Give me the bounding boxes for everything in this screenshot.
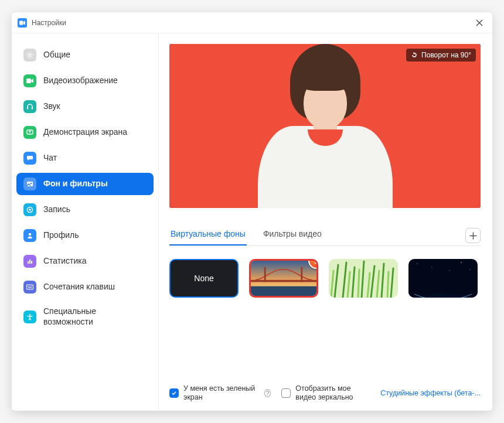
svg-point-7 [30, 183, 32, 184]
background-grass[interactable] [329, 259, 398, 298]
svg-point-31 [449, 271, 450, 271]
svg-rect-25 [301, 267, 302, 282]
studio-effects-link[interactable]: Студийные эффекты (бета-... [380, 389, 481, 397]
sidebar-item-chat[interactable]: Чат [16, 147, 154, 169]
svg-rect-18 [31, 286, 32, 286]
tab-virtual-backgrounds[interactable]: Виртуальные фоны [169, 226, 247, 245]
svg-rect-17 [30, 286, 30, 286]
svg-point-9 [29, 209, 31, 211]
sidebar-item-share[interactable]: Демонстрация экрана [16, 121, 154, 144]
svg-rect-3 [27, 107, 28, 110]
sidebar-item-label: Запись [43, 204, 70, 215]
svg-rect-14 [27, 285, 33, 289]
sidebar-item-stats[interactable]: Статистика [16, 250, 154, 272]
svg-rect-4 [32, 107, 33, 110]
sidebar-item-video[interactable]: Видеоизображение [16, 70, 154, 92]
svg-point-20 [29, 314, 31, 316]
svg-rect-23 [251, 280, 316, 282]
svg-rect-24 [264, 267, 266, 282]
footer-options: У меня есть зеленый экран ? Отобразить м… [169, 380, 481, 402]
rotate-label: Поворот на 90° [421, 51, 471, 59]
checkbox-label: У меня есть зеленый экран [183, 384, 257, 402]
sidebar-item-profile[interactable]: Профиль [16, 224, 154, 247]
tabs: Виртуальные фоны Фильтры видео [169, 226, 481, 246]
record-icon [23, 203, 36, 216]
share-screen-icon [23, 126, 36, 139]
checkbox-box [169, 388, 179, 398]
none-label: None [194, 274, 213, 283]
titlebar: Настройки [12, 12, 492, 33]
svg-rect-13 [31, 261, 32, 264]
svg-rect-2 [26, 79, 31, 83]
checkbox-box [281, 388, 291, 398]
sidebar-item-general[interactable]: Общие [16, 44, 154, 66]
rotate-90-button[interactable]: Поворот на 90° [406, 49, 476, 62]
sidebar-item-label: Чат [43, 153, 57, 163]
background-bridge[interactable]: 1 [249, 259, 318, 298]
help-icon[interactable]: ? [264, 389, 271, 397]
plus-icon [469, 232, 477, 240]
svg-rect-0 [19, 21, 23, 25]
svg-point-1 [29, 54, 31, 56]
chat-icon [23, 152, 36, 165]
background-earth[interactable] [408, 259, 478, 298]
checkbox-green-screen[interactable]: У меня есть зеленый экран ? [169, 384, 271, 402]
svg-point-28 [417, 263, 417, 264]
sidebar-item-shortcuts[interactable]: Сочетания клавиш [16, 276, 154, 298]
sidebar-item-label: Сочетания клавиш [43, 282, 115, 292]
sidebar-item-label: Общие [43, 50, 70, 60]
window-title: Настройки [32, 19, 66, 27]
headphones-icon [23, 100, 36, 113]
svg-point-29 [432, 267, 433, 268]
video-preview: Поворот на 90° [169, 44, 481, 208]
sidebar-item-label: Фон и фильтры [43, 179, 108, 189]
sidebar-item-audio[interactable]: Звук [16, 95, 154, 118]
video-icon [23, 74, 36, 87]
sidebar-item-label: Видеоизображение [43, 76, 118, 86]
background-icon [23, 178, 36, 190]
gear-icon [23, 49, 36, 62]
svg-rect-11 [28, 261, 29, 264]
checkbox-mirror-video[interactable]: Отобразить мое видео зеркально [281, 384, 370, 402]
svg-point-10 [29, 233, 31, 236]
sidebar-item-accessibility[interactable]: Специальные возможности [16, 302, 154, 332]
svg-point-30 [461, 262, 461, 262]
sidebar-item-label: Статистика [43, 256, 87, 267]
person-illustration [243, 67, 407, 208]
sidebar-item-label: Демонстрация экрана [43, 127, 127, 138]
background-none[interactable]: None [169, 259, 239, 298]
tab-video-filters[interactable]: Фильтры видео [262, 226, 323, 245]
svg-rect-16 [29, 286, 29, 286]
sidebar-item-recording[interactable]: Запись [16, 199, 154, 221]
checkbox-label: Отобразить мое видео зеркально [295, 384, 370, 402]
sidebar-item-label: Профиль [43, 230, 79, 241]
user-icon [23, 229, 36, 242]
app-icon [18, 18, 27, 28]
settings-window: Настройки Общие Видеоизображение Звук Де… [12, 12, 492, 411]
svg-rect-15 [28, 286, 28, 286]
close-button[interactable] [472, 16, 486, 30]
sidebar-item-background[interactable]: Фон и фильтры [16, 173, 154, 195]
stats-icon [23, 255, 36, 268]
sidebar: Общие Видеоизображение Звук Демонстрация… [12, 33, 158, 411]
svg-rect-12 [29, 260, 30, 264]
main-panel: Поворот на 90° Виртуальные фоны Фильтры … [158, 33, 492, 411]
svg-rect-22 [251, 286, 316, 296]
background-thumbnails: None 1 [169, 259, 481, 298]
svg-point-32 [470, 270, 471, 270]
add-background-button[interactable] [465, 228, 481, 243]
sidebar-item-label: Звук [43, 101, 60, 112]
sidebar-item-label: Специальные возможности [43, 306, 147, 327]
svg-rect-19 [28, 288, 32, 288]
keyboard-icon [23, 281, 36, 294]
rotate-icon [411, 52, 418, 59]
accessibility-icon [23, 311, 36, 323]
